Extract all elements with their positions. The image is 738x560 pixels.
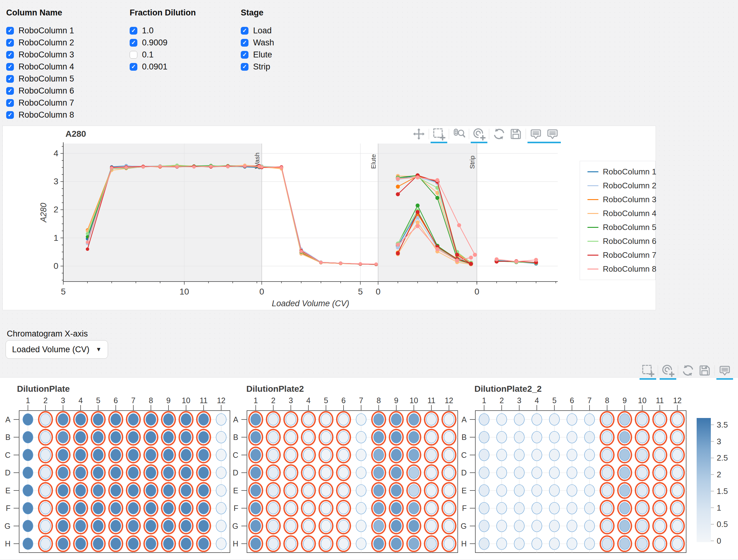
well-A7 — [128, 414, 138, 426]
well-A8 — [602, 414, 612, 426]
well-H2 — [268, 538, 278, 550]
plate-row-label: E — [233, 486, 238, 495]
well-H9 — [391, 538, 401, 550]
well-A8 — [373, 414, 384, 426]
checkbox[interactable] — [130, 51, 137, 59]
box-zoom-tool-button[interactable] — [640, 363, 656, 378]
well-D9 — [163, 467, 173, 479]
hover-tool-button[interactable] — [544, 126, 561, 142]
well-F2 — [497, 502, 507, 514]
well-B7 — [356, 431, 366, 443]
series-line-robocolumn-1 — [262, 168, 376, 265]
save-tool-button[interactable] — [507, 126, 524, 142]
box-zoom-tool-button[interactable] — [431, 126, 447, 142]
well-E7 — [128, 485, 138, 496]
well-B2 — [497, 431, 507, 443]
reset-tool-button[interactable] — [491, 126, 507, 142]
checkbox[interactable]: ✓ — [6, 39, 14, 47]
zoom-in-tool-button[interactable] — [471, 126, 487, 142]
checkbox[interactable]: ✓ — [6, 111, 14, 119]
well-E9 — [620, 485, 630, 496]
well-D2 — [497, 467, 507, 479]
well-plates-canvas[interactable]: 123456789101112ABCDEFGH123456789101112AB… — [0, 377, 738, 560]
well-E5 — [549, 485, 560, 496]
plate-col-label: 1 — [254, 396, 258, 405]
well-D10 — [181, 467, 191, 479]
well-E2 — [497, 485, 507, 496]
well-E2 — [268, 485, 278, 496]
plate-row-label: H — [461, 539, 467, 548]
data-point — [396, 177, 400, 181]
hover-tool-button[interactable] — [716, 363, 733, 378]
checkbox[interactable]: ✓ — [130, 39, 137, 47]
well-F12 — [444, 502, 454, 514]
well-C5 — [93, 449, 103, 461]
checkbox[interactable]: ✓ — [241, 51, 249, 59]
zoom-in-tool-button[interactable] — [660, 363, 676, 378]
checkbox-label: Load — [253, 26, 272, 35]
well-F7 — [356, 502, 366, 514]
well-B8 — [146, 431, 156, 443]
plate-col-label: 7 — [588, 396, 592, 405]
well-G2 — [40, 520, 51, 532]
well-E5 — [321, 485, 331, 496]
checkbox[interactable]: ✓ — [6, 99, 14, 107]
plate-col-label: 2 — [499, 396, 504, 405]
xaxis-select-label: Chromatogram X-axis — [7, 329, 88, 339]
checkbox[interactable]: ✓ — [6, 27, 14, 35]
checkbox[interactable]: ✓ — [6, 75, 14, 83]
well-E5 — [93, 485, 103, 496]
plate-row-label: A — [5, 415, 10, 424]
well-F6 — [111, 502, 121, 514]
well-F5 — [321, 502, 331, 514]
plate-col-label: 6 — [113, 396, 118, 405]
svg-text:10: 10 — [179, 287, 189, 296]
reset-tool-button[interactable] — [680, 363, 696, 378]
well-F1 — [251, 502, 261, 514]
svg-text:2: 2 — [53, 205, 58, 214]
hover-tool-button[interactable] — [527, 126, 544, 142]
save-tool-button[interactable] — [696, 363, 713, 378]
checkbox-label: RoboColumn 1 — [19, 26, 74, 35]
well-A7 — [584, 414, 595, 426]
plate-row-label: F — [234, 504, 238, 513]
well-G10 — [637, 520, 647, 532]
save-icon — [509, 127, 522, 141]
data-point — [175, 165, 179, 168]
legend-swatch — [588, 185, 599, 187]
pan-tool-button[interactable] — [410, 126, 427, 142]
checkbox[interactable]: ✓ — [241, 27, 249, 35]
well-A1 — [23, 414, 33, 426]
checkbox[interactable]: ✓ — [130, 63, 137, 71]
well-B8 — [373, 431, 384, 443]
checkbox[interactable]: ✓ — [130, 27, 137, 35]
well-D1 — [479, 467, 489, 479]
well-G2 — [268, 520, 278, 532]
legend-swatch — [588, 269, 599, 270]
checkbox[interactable]: ✓ — [6, 63, 14, 71]
well-A4 — [532, 414, 542, 426]
data-point — [455, 258, 459, 262]
well-B4 — [303, 431, 314, 443]
data-point — [280, 166, 283, 169]
well-F12 — [216, 502, 226, 514]
well-G4 — [303, 520, 314, 532]
plate-row-label: G — [5, 522, 10, 530]
well-C4 — [303, 449, 314, 461]
well-B5 — [549, 431, 560, 443]
checkbox[interactable]: ✓ — [241, 63, 249, 71]
checkbox[interactable]: ✓ — [241, 39, 249, 47]
well-B5 — [93, 431, 103, 443]
plate-col-label: 1 — [26, 396, 30, 405]
chromatogram-plot[interactable]: WashEluteStrip012345100500Loaded Volume … — [40, 141, 565, 313]
well-G7 — [356, 520, 366, 532]
well-B7 — [584, 431, 595, 443]
checkbox-item-load: ✓Load — [241, 27, 274, 35]
plate-col-label: 3 — [289, 396, 293, 405]
well-B12 — [216, 431, 226, 443]
well-H10 — [181, 538, 191, 550]
checkbox[interactable]: ✓ — [6, 51, 14, 59]
x-axis-select[interactable]: Loaded Volume (CV) ▼ — [6, 340, 108, 359]
wheel-zoom-tool-button[interactable] — [451, 126, 467, 142]
checkbox[interactable]: ✓ — [6, 87, 14, 95]
